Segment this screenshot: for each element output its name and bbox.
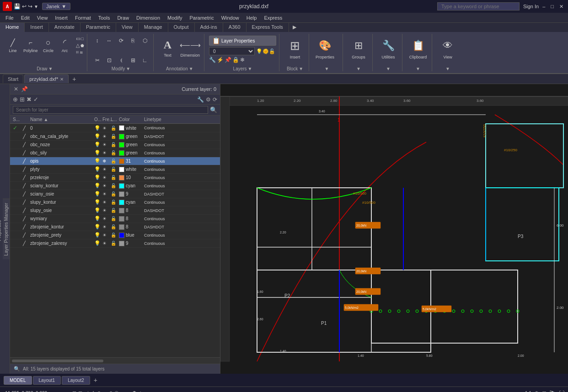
properties-btn[interactable]: 🎨 Properties xyxy=(314,36,336,60)
utilities-group-label[interactable]: ▼ xyxy=(377,66,399,71)
sc-icon[interactable]: ◈ xyxy=(139,390,142,392)
layer-row[interactable]: ╱ plyty 💡 ☀ 🔓 white Continuous xyxy=(10,165,220,174)
circle-btn[interactable]: ○ Circle xyxy=(41,36,56,54)
layer-row[interactable]: ╱ przekroje 💡 ☀ 🔓 10 Continuous xyxy=(10,174,220,182)
freeze-icon[interactable]: ☀ xyxy=(102,191,111,196)
color-cell[interactable]: 8 xyxy=(119,216,144,222)
layer-row[interactable]: ╱ slupy_kontur 💡 ☀ 🔓 cyan Continuous xyxy=(10,198,220,207)
freeze-icon[interactable]: ☀ xyxy=(102,142,111,147)
groups-group-label[interactable]: ▼ xyxy=(348,66,370,71)
on-icon[interactable]: 💡 xyxy=(94,199,102,205)
freeze-icon[interactable]: ☀ xyxy=(102,200,111,205)
block-group-label[interactable]: Block▼ xyxy=(284,66,306,71)
tab-insert[interactable]: Insert xyxy=(25,23,49,32)
freeze-icon[interactable]: ☀ xyxy=(102,167,111,172)
view-btn[interactable]: 👁 View xyxy=(437,36,459,60)
draw-btn-2[interactable]: △⬟ xyxy=(76,42,84,48)
layer-row[interactable]: ╱ sciany_kontur 💡 ☀ 🔓 cyan Continuous xyxy=(10,182,220,190)
set-current-btn[interactable]: ✓ xyxy=(33,96,38,103)
grid-icon[interactable]: ⊞ xyxy=(78,390,82,392)
new-layer-btn[interactable]: ⊕ xyxy=(13,96,18,103)
workspace-dropdown-icon[interactable]: ▼ xyxy=(34,4,38,9)
layer-row[interactable]: ╱ wymiary 💡 ☀ 🔓 8 Continuous xyxy=(10,215,220,223)
color-cell[interactable]: 10 xyxy=(119,175,144,180)
save-icon[interactable]: 💾 xyxy=(14,3,21,10)
view-group-label[interactable]: ▼ xyxy=(437,66,459,71)
delete-layer-btn[interactable]: ✖ xyxy=(27,96,32,103)
model-tab[interactable]: MODEL xyxy=(4,376,32,385)
menu-modify[interactable]: Modify xyxy=(164,14,186,21)
menu-view[interactable]: View xyxy=(33,14,52,21)
layer-toolbar-icon-4[interactable]: 🔒 xyxy=(232,57,239,63)
linetype-cell[interactable]: Continuous xyxy=(144,126,180,130)
tab-output[interactable]: Output xyxy=(168,23,195,32)
new-layer-vp-btn[interactable]: ⊞ xyxy=(20,96,25,103)
start-tab[interactable]: Start xyxy=(3,74,23,83)
color-cell[interactable]: 8 xyxy=(119,224,144,230)
freeze-icon[interactable]: ☀ xyxy=(102,208,111,213)
layer-row[interactable]: ╱ sciany_osie 💡 ☀ 🔓 9 DASHDOT xyxy=(10,190,220,198)
workspace-status-icon[interactable]: ⊞ xyxy=(542,390,547,392)
layer-search-input[interactable] xyxy=(13,106,208,114)
color-cell[interactable]: green xyxy=(119,142,144,148)
clipboard-btn[interactable]: 📋 Clipboard xyxy=(407,36,429,60)
color-cell[interactable]: white xyxy=(119,167,144,172)
lock-icon[interactable]: 🔓 xyxy=(111,175,119,180)
layer-row-opis[interactable]: ╱ opis 💡 ❄ 🔓 31 Continuous xyxy=(10,157,220,165)
linetype-cell[interactable]: Continuous xyxy=(144,217,180,221)
freeze-icon[interactable]: ☀ xyxy=(102,216,111,221)
color-cell[interactable]: 31 xyxy=(119,159,144,164)
on-icon[interactable]: 💡 xyxy=(94,150,102,156)
settings-status-icon[interactable]: ⚙ xyxy=(534,390,539,392)
lock-icon[interactable]: 🔓 xyxy=(111,200,119,205)
freeze-icon[interactable]: ☀ xyxy=(102,175,111,180)
clipboard-group-label[interactable]: ▼ xyxy=(407,66,429,71)
qp-icon[interactable]: ⬢ xyxy=(132,390,137,392)
linetype-cell[interactable]: DASHDOT xyxy=(144,208,180,213)
lock-icon[interactable]: 🔓 xyxy=(111,216,119,221)
polar-icon[interactable]: ∠ xyxy=(91,390,95,392)
lock-icon[interactable]: 🔓 xyxy=(111,208,119,213)
search-input[interactable] xyxy=(437,2,520,11)
tpm-icon[interactable]: ⊶ xyxy=(125,390,130,392)
linetype-cell[interactable]: Continuous xyxy=(144,151,180,155)
file-tab[interactable]: przyklad.dxf* ✕ xyxy=(24,74,69,83)
utilities-btn[interactable]: 🔧 Utilities xyxy=(377,36,399,60)
properties-vtab[interactable]: Properties xyxy=(0,217,3,245)
layer-row[interactable]: ╱ slupy_osie 💡 ☀ 🔓 8 DASHDOT xyxy=(10,207,220,215)
lock-icon[interactable]: 🔓 xyxy=(111,126,119,131)
modify-btn-5[interactable]: ⬡ xyxy=(139,36,150,46)
line-btn[interactable]: ╱ Line xyxy=(5,36,20,54)
menu-help[interactable]: Help xyxy=(243,14,261,21)
layer-toolbar-icon-5[interactable]: ❄ xyxy=(240,57,245,63)
settings-btn[interactable]: ⚙ xyxy=(206,96,211,103)
on-icon[interactable]: 💡 xyxy=(94,158,102,164)
maximize-btn[interactable]: □ xyxy=(549,4,556,9)
otrack-icon[interactable]: ∞ xyxy=(103,391,107,392)
color-cell[interactable]: white xyxy=(119,125,144,131)
add-tab-btn[interactable]: + xyxy=(69,74,80,84)
on-icon[interactable]: 💡 xyxy=(94,183,102,189)
lw-icon[interactable]: ≡ xyxy=(121,391,123,392)
lock-icon[interactable]: 🔓 xyxy=(111,134,119,139)
freeze-icon[interactable]: ☀ xyxy=(102,150,111,155)
on-icon[interactable]: 💡 xyxy=(94,232,102,238)
tab-more[interactable]: ▶ xyxy=(289,23,300,32)
linetype-cell[interactable]: Continuous xyxy=(144,175,180,180)
layer-dropdown[interactable]: 0 xyxy=(209,47,255,55)
linetype-cell[interactable]: Continuous xyxy=(144,233,180,238)
tab-express-tools[interactable]: Express Tools xyxy=(246,23,289,32)
freeze-icon[interactable]: ☀ xyxy=(102,134,111,139)
linetype-cell[interactable]: Continuous xyxy=(144,200,180,205)
tab-parametric[interactable]: Parametric xyxy=(80,23,116,32)
color-cell[interactable]: 9 xyxy=(119,241,144,246)
on-icon[interactable]: 💡 xyxy=(94,224,102,230)
polyline-btn[interactable]: ⌐ Polyline xyxy=(22,36,39,54)
lock-icon[interactable]: 🔓 xyxy=(111,183,119,188)
dyn-icon[interactable]: ⬡ xyxy=(114,390,119,392)
modify-btn-3[interactable]: ⟳ xyxy=(116,36,127,46)
lock-icon[interactable]: 🔓 xyxy=(111,224,119,229)
workspace-selector[interactable]: Janek ▼ xyxy=(42,3,70,10)
on-icon[interactable]: 💡 xyxy=(94,175,102,180)
on-icon[interactable]: 💡 xyxy=(94,216,102,222)
